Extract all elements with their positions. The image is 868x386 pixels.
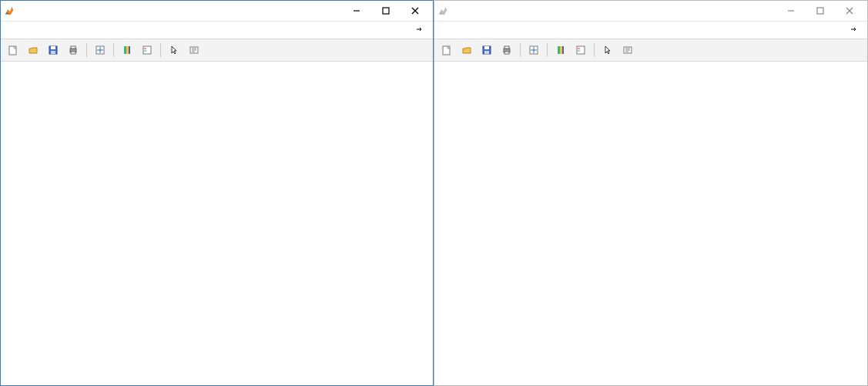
menu-view[interactable] xyxy=(33,29,47,32)
menu-window[interactable] xyxy=(89,29,102,32)
svg-rect-33 xyxy=(504,46,509,49)
new-figure-icon[interactable] xyxy=(4,41,22,59)
svg-rect-17 xyxy=(143,46,151,54)
menu-tools[interactable] xyxy=(61,29,75,32)
svg-rect-10 xyxy=(71,52,75,54)
axes3d[interactable] xyxy=(450,89,860,376)
svg-rect-38 xyxy=(558,46,560,54)
menu-insert[interactable] xyxy=(481,29,494,32)
menu-help[interactable] xyxy=(536,29,550,32)
colorbar-icon[interactable] xyxy=(551,41,570,59)
close-button[interactable] xyxy=(835,2,864,19)
axes3d[interactable] xyxy=(16,89,425,376)
svg-rect-41 xyxy=(577,46,585,54)
minimize-button[interactable] xyxy=(776,2,806,19)
svg-rect-14 xyxy=(124,46,126,54)
svg-rect-9 xyxy=(71,46,75,49)
insert-text-icon[interactable] xyxy=(618,41,637,59)
legend-icon[interactable] xyxy=(138,41,156,59)
maximize-button[interactable] xyxy=(806,2,835,19)
menu-desktop[interactable] xyxy=(75,29,89,32)
legend-icon[interactable] xyxy=(571,41,590,59)
titlebar[interactable] xyxy=(1,1,433,21)
data-cursor-icon[interactable] xyxy=(91,41,109,59)
menu-file[interactable] xyxy=(439,29,453,32)
toolbar-separator xyxy=(520,43,521,57)
dock-button[interactable] xyxy=(411,23,428,37)
svg-rect-31 xyxy=(484,51,489,54)
toolbar xyxy=(1,39,433,62)
toolbar xyxy=(434,39,867,62)
menu-window[interactable] xyxy=(522,29,536,32)
svg-rect-34 xyxy=(504,52,509,54)
open-icon[interactable] xyxy=(457,41,476,59)
toolbar-separator xyxy=(113,43,114,57)
svg-rect-1 xyxy=(383,8,389,14)
insert-text-icon[interactable] xyxy=(185,41,203,59)
toolbar-separator xyxy=(86,43,87,57)
save-icon[interactable] xyxy=(478,41,496,59)
menubar xyxy=(434,21,867,39)
data-cursor-icon[interactable] xyxy=(524,41,543,59)
svg-rect-6 xyxy=(51,46,55,49)
minimize-button[interactable] xyxy=(342,2,371,19)
toolbar-separator xyxy=(594,43,595,57)
titlebar[interactable] xyxy=(434,1,867,21)
pointer-icon[interactable] xyxy=(165,41,183,59)
svg-rect-40 xyxy=(562,46,564,54)
svg-rect-30 xyxy=(484,46,489,49)
svg-rect-15 xyxy=(126,46,129,54)
menu-help[interactable] xyxy=(102,29,116,32)
new-figure-icon[interactable] xyxy=(437,41,456,59)
print-icon[interactable] xyxy=(498,41,516,59)
matlab-logo-icon xyxy=(4,5,15,16)
menu-edit[interactable] xyxy=(19,29,33,32)
figure-1-window xyxy=(0,0,434,386)
figure-2-window xyxy=(434,0,868,386)
menu-edit[interactable] xyxy=(453,29,467,32)
axes-area[interactable] xyxy=(1,62,433,385)
print-icon[interactable] xyxy=(64,41,82,59)
menu-desktop[interactable] xyxy=(508,29,522,32)
dock-button[interactable] xyxy=(846,23,863,37)
menu-tools[interactable] xyxy=(494,29,508,32)
svg-rect-39 xyxy=(560,46,562,54)
matlab-logo-icon xyxy=(437,5,448,16)
close-button[interactable] xyxy=(400,2,430,19)
colorbar-icon[interactable] xyxy=(118,41,136,59)
save-icon[interactable] xyxy=(44,41,62,59)
menu-insert[interactable] xyxy=(47,29,61,32)
svg-rect-16 xyxy=(129,46,130,54)
toolbar-separator xyxy=(160,43,161,57)
pointer-icon[interactable] xyxy=(598,41,617,59)
menu-view[interactable] xyxy=(467,29,481,32)
svg-rect-7 xyxy=(51,51,55,54)
open-icon[interactable] xyxy=(24,41,42,59)
svg-rect-25 xyxy=(817,8,823,14)
toolbar-separator xyxy=(547,43,548,57)
menu-file[interactable] xyxy=(5,29,19,32)
axes-area[interactable] xyxy=(434,62,867,385)
menubar xyxy=(1,21,433,39)
maximize-button[interactable] xyxy=(371,2,400,19)
